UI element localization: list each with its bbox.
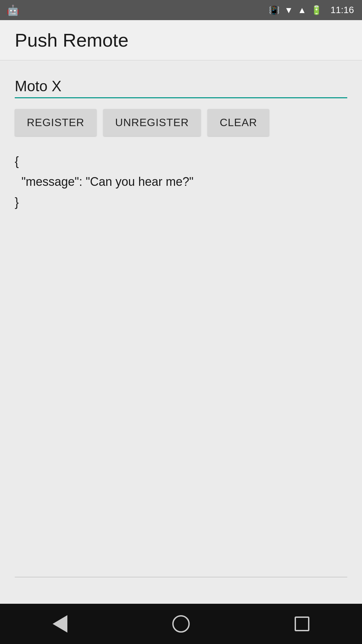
status-time: 11:16 bbox=[330, 5, 354, 15]
vibrate-icon: 📳 bbox=[269, 5, 280, 15]
home-icon bbox=[172, 615, 190, 633]
message-line-3: } bbox=[15, 192, 347, 212]
back-icon bbox=[53, 615, 67, 633]
message-line-2: "message": "Can you hear me?" bbox=[15, 171, 347, 192]
clear-button[interactable]: CLEAR bbox=[207, 109, 269, 136]
back-button[interactable] bbox=[46, 608, 74, 639]
app-bar: Push Remote bbox=[0, 20, 362, 60]
buttons-row: REGISTER UNREGISTER CLEAR bbox=[15, 109, 347, 136]
battery-icon: 🔋 bbox=[311, 5, 322, 15]
device-name-input[interactable] bbox=[15, 75, 347, 98]
unregister-button[interactable]: UNREGISTER bbox=[103, 109, 201, 136]
content-spacer bbox=[15, 213, 347, 577]
status-bar: 🤖 📳 ▼ ▲ 🔋 11:16 bbox=[0, 0, 362, 20]
home-button[interactable] bbox=[166, 608, 196, 639]
app-title: Push Remote bbox=[15, 29, 128, 51]
recents-icon bbox=[295, 616, 309, 631]
signal-icon: ▲ bbox=[298, 5, 306, 15]
navigation-bar bbox=[0, 604, 362, 644]
bottom-input-bar bbox=[15, 577, 347, 604]
wifi-icon: ▼ bbox=[284, 5, 293, 15]
android-mascot-icon: 🤖 bbox=[7, 4, 19, 16]
message-line-1: { bbox=[15, 151, 347, 171]
message-display: { "message": "Can you hear me?" } bbox=[15, 151, 347, 213]
recents-button[interactable] bbox=[288, 610, 316, 638]
input-container bbox=[15, 75, 347, 98]
status-icons: 📳 ▼ ▲ 🔋 11:16 bbox=[269, 5, 354, 15]
main-content: REGISTER UNREGISTER CLEAR { "message": "… bbox=[0, 60, 362, 604]
register-button[interactable]: REGISTER bbox=[15, 109, 97, 136]
